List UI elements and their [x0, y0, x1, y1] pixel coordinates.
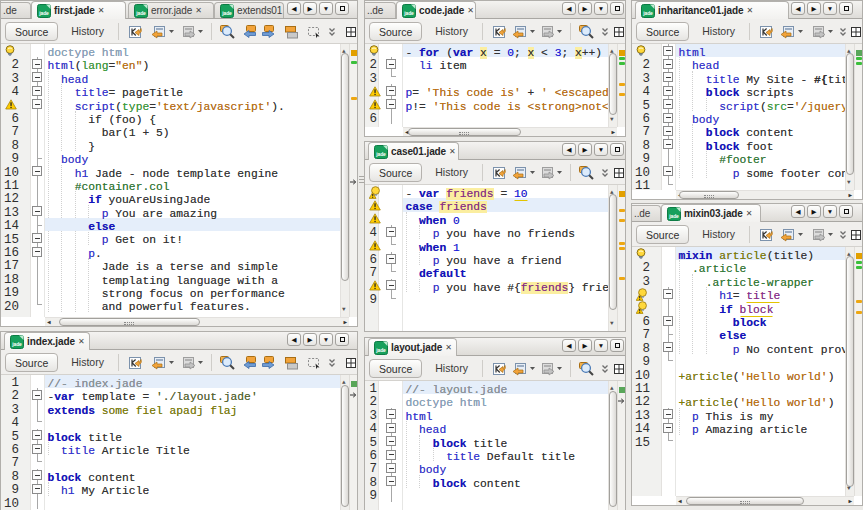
svg-text:jade: jade: [375, 151, 386, 157]
svg-text:jade: jade: [11, 341, 22, 347]
svg-text:jade: jade: [38, 10, 49, 16]
svg-text:jade: jade: [668, 213, 679, 219]
svg-text:jade: jade: [221, 10, 232, 16]
svg-text:jade: jade: [135, 10, 146, 16]
svg-text:jade: jade: [375, 347, 386, 353]
svg-text:jade: jade: [403, 10, 414, 16]
svg-text:jade: jade: [642, 10, 653, 16]
